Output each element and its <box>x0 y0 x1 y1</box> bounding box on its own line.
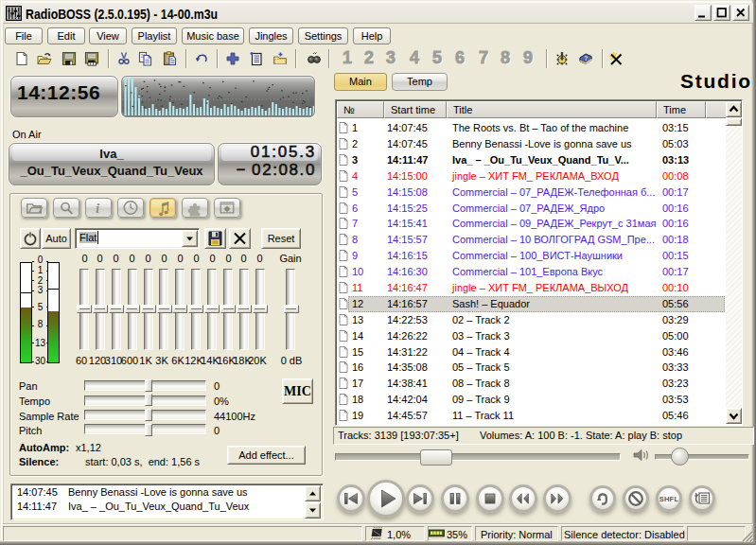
svg-text:?: ? <box>584 55 588 62</box>
svg-text:i: i <box>96 202 99 216</box>
svg-text:SHFL: SHFL <box>659 495 679 503</box>
